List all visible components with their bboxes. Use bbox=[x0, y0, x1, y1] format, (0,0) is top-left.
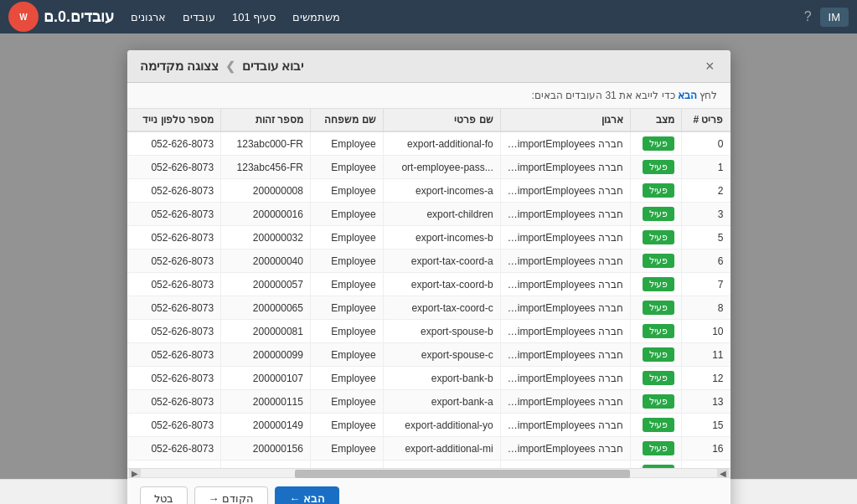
cell-first: export-additional-mi bbox=[383, 437, 500, 460]
status-badge: פעיל bbox=[643, 136, 674, 151]
col-first: שם פרטי bbox=[383, 109, 500, 131]
cell-first: export-bank-b bbox=[383, 367, 500, 390]
cell-status: פעיל bbox=[630, 390, 681, 414]
status-badge: פעיל bbox=[643, 418, 674, 432]
cell-id: 200000156 bbox=[221, 437, 311, 460]
scroll-right-arrow[interactable]: ▶ bbox=[129, 469, 141, 477]
cell-num: 11 bbox=[681, 343, 730, 367]
cell-status: פעיל bbox=[630, 414, 681, 437]
cell-status: פעיל bbox=[630, 203, 681, 226]
cell-num: 1 bbox=[681, 156, 730, 179]
cell-num: 0 bbox=[681, 131, 730, 156]
help-icon[interactable]: ? bbox=[804, 9, 812, 24]
cell-num: 6 bbox=[681, 249, 730, 273]
cell-id: 200000081 bbox=[221, 320, 311, 343]
col-resizer-org[interactable] bbox=[501, 109, 506, 131]
cell-org: חברה importEmployees בע"... bbox=[500, 390, 630, 414]
close-button[interactable]: × bbox=[702, 59, 718, 74]
col-id: מספר זהות bbox=[221, 109, 311, 131]
cell-org: חברה importEmployees בע"... bbox=[500, 273, 630, 296]
col-num: פריט # bbox=[681, 109, 730, 131]
cell-org: חברה importEmployees בע"... bbox=[500, 343, 630, 367]
status-badge: פעיל bbox=[643, 324, 674, 338]
next-button[interactable]: הבא ← bbox=[275, 486, 339, 504]
status-badge: פעיל bbox=[643, 207, 674, 221]
cell-last: Employee bbox=[310, 320, 383, 343]
cell-last: Employee bbox=[310, 414, 383, 437]
horizontal-scrollbar[interactable]: ◀ ▶ bbox=[127, 468, 731, 477]
col-resizer-first[interactable] bbox=[384, 109, 389, 131]
cell-first: export-incomes-b bbox=[383, 226, 500, 249]
scroll-left-arrow[interactable]: ◀ bbox=[717, 469, 729, 477]
cell-status: פעיל bbox=[630, 156, 681, 179]
status-badge: פעיל bbox=[643, 441, 674, 455]
cell-status: פעיל bbox=[630, 296, 681, 320]
cell-num: 7 bbox=[681, 273, 730, 296]
cell-last: Employee bbox=[310, 131, 383, 156]
cell-first: export-spouse-c bbox=[383, 343, 500, 367]
col-resizer-status[interactable] bbox=[631, 109, 636, 131]
nav-link-ארגונים[interactable]: ארגונים bbox=[131, 11, 166, 23]
cell-first: export-children bbox=[383, 203, 500, 226]
cancel-button[interactable]: בטל bbox=[140, 486, 188, 504]
col-resizer-last[interactable] bbox=[311, 109, 316, 131]
cell-org: חברה importEmployees בע"... bbox=[500, 203, 630, 226]
cell-org: חברה importEmployees בע"... bbox=[500, 460, 630, 469]
col-resizer-num[interactable] bbox=[682, 109, 687, 131]
scroll-thumb[interactable] bbox=[295, 470, 630, 478]
table-row: 5פעילחברה importEmployees בע"...export-i… bbox=[127, 226, 731, 249]
import-modal: × יבוא עובדים ❯ צצוגה מקדימה לחץ הבא כדי… bbox=[127, 50, 731, 504]
cell-num: 10 bbox=[681, 320, 730, 343]
cell-last: Employee bbox=[310, 390, 383, 414]
cell-id: 200000164 bbox=[221, 460, 311, 469]
cell-last: Employee bbox=[310, 203, 383, 226]
cell-id: 123abc456-FR bbox=[221, 156, 311, 179]
status-badge: פעיל bbox=[643, 254, 674, 268]
cell-id: 200000057 bbox=[221, 273, 311, 296]
cell-status: פעיל bbox=[630, 131, 681, 156]
subheader-link: הבא bbox=[678, 90, 697, 101]
table-row: 8פעילחברה importEmployees בע"...export-t… bbox=[127, 296, 731, 320]
cell-first: export-incomes-a bbox=[383, 179, 500, 203]
cell-org: חברה importEmployees בע"... bbox=[500, 249, 630, 273]
table-wrapper[interactable]: פריט # מצב ארגון שם פרטי שם משפחה מספר ז… bbox=[127, 109, 731, 468]
table-row: 12פעילחברה importEmployees בע"...export-… bbox=[127, 367, 731, 390]
cell-num: 12 bbox=[681, 367, 730, 390]
prev-button[interactable]: הקודם → bbox=[194, 486, 269, 504]
col-resizer-phone[interactable] bbox=[127, 109, 132, 131]
col-phone: מספר טלפון נייד bbox=[127, 109, 221, 131]
nav-link-משתמשים[interactable]: משתמשים bbox=[292, 11, 340, 23]
cell-last: Employee bbox=[310, 296, 383, 320]
col-last: שם משפחה bbox=[310, 109, 383, 131]
cell-first: export-additional-fo bbox=[383, 131, 500, 156]
cell-status: פעיל bbox=[630, 273, 681, 296]
cell-phone: 052-626-8073 bbox=[127, 203, 221, 226]
col-resizer-id[interactable] bbox=[221, 109, 226, 131]
nav-link-101[interactable]: סעיף 101 bbox=[232, 11, 276, 23]
cell-phone: 052-626-8073 bbox=[127, 437, 221, 460]
employees-table: פריט # מצב ארגון שם פרטי שם משפחה מספר ז… bbox=[127, 109, 731, 468]
cell-phone: 052-626-8073 bbox=[127, 320, 221, 343]
table-row: 6פעילחברה importEmployees בע"...export-t… bbox=[127, 249, 731, 273]
avatar-button[interactable]: IM bbox=[820, 8, 849, 27]
cell-id: 200000115 bbox=[221, 390, 311, 414]
cell-phone: 052-626-8073 bbox=[127, 131, 221, 156]
status-badge: פעיל bbox=[643, 277, 674, 291]
cell-id: 200000149 bbox=[221, 414, 311, 437]
modal-breadcrumb: צצוגה מקדימה bbox=[140, 59, 219, 74]
cell-first: export-additional-yo bbox=[383, 414, 500, 437]
cell-phone: 052-626-8073 bbox=[127, 226, 221, 249]
cell-first: export-spouse-b bbox=[383, 320, 500, 343]
modal-subheader: לחץ הבא כדי לייבא את 31 העובדים הבאים: bbox=[127, 83, 731, 109]
cell-last: Employee bbox=[310, 273, 383, 296]
cell-status: פעיל bbox=[630, 343, 681, 367]
cell-phone: 052-626-8073 bbox=[127, 414, 221, 437]
cell-org: חברה importEmployees בע"... bbox=[500, 179, 630, 203]
cell-status: פעיל bbox=[630, 367, 681, 390]
svg-text:W: W bbox=[19, 13, 28, 22]
modal-footer: הבא ← הקודם → בטל bbox=[127, 477, 731, 504]
cell-num: 15 bbox=[681, 414, 730, 437]
nav-link-עובדים[interactable]: עובדים bbox=[183, 11, 215, 23]
cell-phone: 052-626-8073 bbox=[127, 390, 221, 414]
cell-phone: 052-626-8073 bbox=[127, 367, 221, 390]
